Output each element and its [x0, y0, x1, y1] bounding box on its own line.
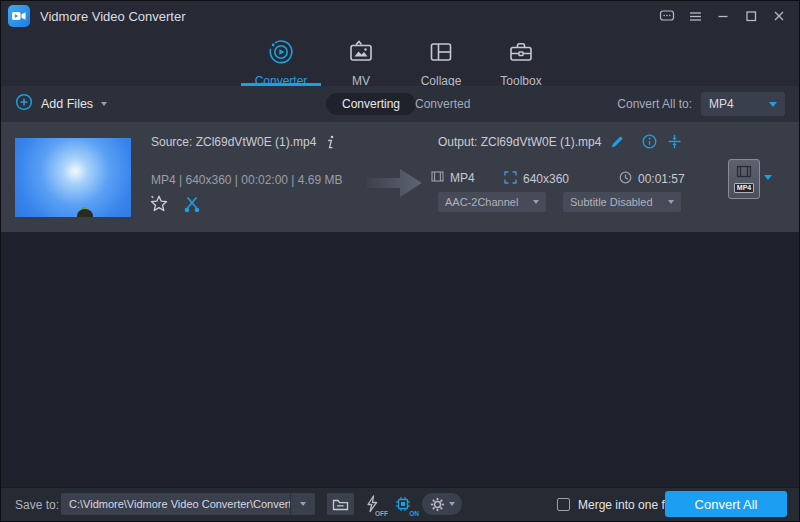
gear-icon — [430, 497, 445, 512]
chevron-down-icon — [449, 502, 455, 506]
rename-pencil-icon[interactable] — [610, 135, 624, 149]
resolution-expand-icon — [504, 171, 517, 187]
source-details: MP4 | 640x360 | 00:02:00 | 4.69 MB — [151, 173, 342, 187]
bottombar: Save to: C:\Vidmore\Vidmore Video Conver… — [1, 487, 799, 521]
converter-icon — [268, 39, 294, 69]
settings-button[interactable] — [422, 493, 462, 515]
add-files-caret-icon — [101, 102, 107, 106]
main-nav: Converter MV — [1, 31, 799, 86]
tab-converted-label: Converted — [415, 97, 470, 111]
save-path-select[interactable]: C:\Vidmore\Vidmore Video Converter\Conve… — [61, 493, 315, 515]
thumbnail-silhouette — [77, 209, 93, 217]
gpu-acceleration-state: ON — [409, 510, 419, 517]
close-icon[interactable] — [769, 6, 789, 26]
cut-scissors-icon[interactable] — [183, 195, 201, 213]
tab-converter[interactable]: Converter — [241, 31, 321, 86]
video-thumbnail[interactable] — [15, 138, 131, 217]
app-title: Vidmore Video Converter — [40, 9, 186, 24]
chevron-down-icon — [769, 102, 777, 107]
save-path-value: C:\Vidmore\Vidmore Video Converter\Conve… — [61, 498, 290, 510]
add-files-label: Add Files — [41, 97, 93, 111]
output-row: Output: ZCl69dVtW0E (1).mp4 — [438, 135, 624, 149]
output-resolution-value: 640x360 — [523, 172, 569, 186]
convert-all-to-label: Convert All to: — [617, 97, 692, 111]
chevron-down-icon — [668, 200, 674, 204]
tab-toolbox[interactable]: Toolbox — [481, 31, 561, 86]
convert-all-to-value: MP4 — [709, 97, 734, 111]
add-files-button[interactable]: Add Files — [15, 86, 107, 122]
film-icon — [431, 171, 444, 185]
file-item: Source: ZCl69dVtW0E (1).mp4 MP4 | 640x36… — [1, 122, 799, 232]
format-badge: MP4 — [734, 183, 754, 193]
tab-collage[interactable]: Collage — [401, 31, 481, 86]
chevron-down-icon — [533, 200, 539, 204]
convert-all-button[interactable]: Convert All — [665, 491, 787, 517]
open-folder-button[interactable] — [327, 493, 354, 515]
audio-select-value: AAC-2Channel — [445, 196, 518, 208]
subtitle-select[interactable]: Subtitle Disabled — [563, 192, 681, 212]
output-format-spec: MP4 — [431, 171, 475, 185]
tab-converting[interactable]: Converting — [326, 93, 416, 115]
tab-converting-label: Converting — [342, 97, 400, 111]
format-caret-icon[interactable] — [764, 175, 772, 180]
convert-all-to-select[interactable]: MP4 — [701, 92, 785, 116]
collage-icon — [428, 39, 454, 69]
output-format-value: MP4 — [450, 171, 475, 185]
merge-checkbox[interactable] — [557, 498, 570, 511]
save-path-caret-zone[interactable] — [290, 493, 315, 515]
menu-icon[interactable] — [685, 6, 705, 26]
format-film-icon — [736, 165, 752, 181]
merge-label: Merge into one file — [578, 498, 677, 512]
window-controls — [657, 6, 799, 26]
audio-select[interactable]: AAC-2Channel — [438, 192, 546, 212]
nav-tabs: Converter MV — [241, 31, 561, 86]
convert-arrow-icon — [367, 163, 425, 207]
source-row: Source: ZCl69dVtW0E (1).mp4 — [151, 135, 335, 149]
output-filename: Output: ZCl69dVtW0E (1).mp4 — [438, 135, 601, 149]
tab-converted[interactable]: Converted — [415, 86, 470, 122]
source-filename: Source: ZCl69dVtW0E (1).mp4 — [151, 135, 316, 149]
save-to-label: Save to: — [15, 488, 59, 521]
toolbox-icon — [508, 39, 534, 69]
tab-mv[interactable]: MV — [321, 31, 401, 86]
mv-icon — [348, 39, 374, 69]
format-profile-button[interactable]: MP4 — [728, 159, 760, 199]
edit-wand-icon[interactable] — [149, 194, 169, 213]
file-list-empty-area — [1, 232, 799, 487]
output-duration-spec: 00:01:57 — [619, 171, 685, 187]
gpu-acceleration-toggle[interactable]: ON — [390, 491, 416, 517]
compress-icon[interactable] — [667, 134, 682, 149]
subtitle-select-value: Subtitle Disabled — [570, 196, 653, 208]
output-info-icon[interactable] — [642, 134, 657, 149]
add-plus-icon — [15, 93, 33, 115]
titlebar: Vidmore Video Converter — [1, 1, 799, 31]
high-speed-toggle[interactable]: OFF — [359, 491, 385, 517]
toolbar: Add Files Converting Converted Convert A… — [1, 86, 799, 122]
source-actions — [149, 194, 201, 213]
output-duration-value: 00:01:57 — [638, 172, 685, 186]
merge-option: Merge into one file — [557, 488, 677, 521]
convert-all-to-group: Convert All to: MP4 — [617, 86, 785, 122]
output-resolution-spec: 640x360 — [504, 171, 569, 187]
maximize-icon[interactable] — [741, 6, 761, 26]
feedback-icon[interactable] — [657, 6, 677, 26]
minimize-icon[interactable] — [713, 6, 733, 26]
high-speed-state: OFF — [375, 510, 388, 517]
chevron-down-icon — [300, 502, 306, 506]
clock-icon — [619, 171, 632, 187]
output-extra-icons — [642, 134, 682, 149]
source-info-icon[interactable] — [325, 135, 335, 149]
app-window: Vidmore Video Converter — [0, 0, 800, 522]
app-logo-icon — [8, 5, 30, 27]
